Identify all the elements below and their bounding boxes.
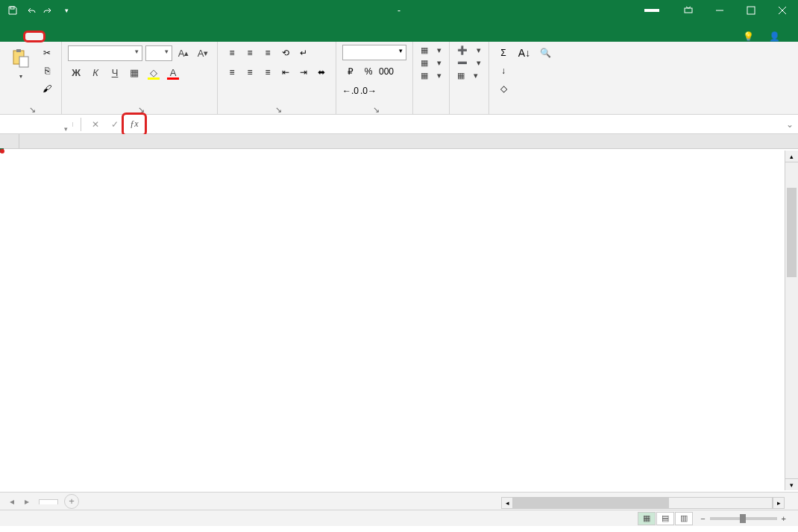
column-headers <box>0 134 798 149</box>
normal-view-icon[interactable]: ▦ <box>638 512 656 525</box>
save-icon[interactable] <box>4 2 21 19</box>
percent-icon[interactable]: % <box>360 63 377 80</box>
align-center-icon[interactable]: ≡ <box>242 64 258 80</box>
insert-cells-button[interactable]: ➕ ▾ <box>456 45 483 56</box>
shrink-font-icon[interactable]: A▾ <box>195 45 211 61</box>
page-break-view-icon[interactable]: ▥ <box>675 512 693 525</box>
font-size-select[interactable] <box>145 45 172 61</box>
align-bottom-icon[interactable]: ≡ <box>260 45 276 61</box>
font-color-button[interactable]: А <box>165 64 181 80</box>
cell-styles-button[interactable]: ▦ ▾ <box>419 70 443 81</box>
page-layout-view-icon[interactable]: ▤ <box>656 512 674 525</box>
tab-view[interactable] <box>133 33 151 42</box>
svg-rect-2 <box>747 7 755 14</box>
font-name-select[interactable] <box>68 45 142 61</box>
scroll-right-icon[interactable]: ▸ <box>773 497 785 509</box>
scroll-left-icon[interactable]: ◂ <box>501 497 513 509</box>
find-select-icon[interactable]: 🔍 <box>537 45 553 61</box>
align-middle-icon[interactable]: ≡ <box>242 45 258 61</box>
align-top-icon[interactable]: ≡ <box>224 45 240 61</box>
qat-customize-icon[interactable]: ▾ <box>58 2 75 19</box>
format-as-table-button[interactable]: ▦ ▾ <box>419 57 443 69</box>
align-left-icon[interactable]: ≡ <box>224 64 240 80</box>
formula-input[interactable] <box>147 122 782 127</box>
grow-font-icon[interactable]: A▴ <box>175 45 192 61</box>
expand-formula-bar-icon[interactable]: ⌄ <box>782 116 798 133</box>
vertical-scrollbar[interactable]: ▴ ▾ <box>785 151 798 490</box>
zoom-slider[interactable] <box>710 517 777 520</box>
share-button[interactable]: 👤 <box>769 31 785 42</box>
document-title: - <box>395 5 403 16</box>
underline-button[interactable]: Ч <box>107 64 123 80</box>
minimize-icon[interactable] <box>704 0 735 21</box>
zoom-thumb[interactable] <box>740 514 746 523</box>
insert-function-icon[interactable]: ƒx <box>126 116 142 133</box>
sheet-tab[interactable] <box>39 499 58 504</box>
format-painter-icon[interactable]: 🖌 <box>39 80 55 97</box>
paste-button[interactable]: ▾ <box>6 45 36 81</box>
enter-formula-icon[interactable]: ✓ <box>107 116 123 133</box>
zoom-in-button[interactable]: + <box>782 514 786 523</box>
cancel-formula-icon[interactable]: ✕ <box>87 116 104 133</box>
tab-page-layout[interactable] <box>61 33 79 42</box>
tab-file[interactable] <box>7 33 25 42</box>
name-box[interactable] <box>0 122 73 127</box>
ribbon-options-icon[interactable] <box>673 0 704 21</box>
horizontal-scrollbar[interactable]: ◂ ▸ <box>501 496 785 510</box>
fill-color-button[interactable]: ◇ <box>145 64 162 80</box>
ribbon: ▾ ✂ ⎘ 🖌 ↘ A▴ A▾ Ж К Ч <box>0 42 798 115</box>
delete-cells-button[interactable]: ➖ ▾ <box>456 57 483 69</box>
wrap-text-icon[interactable]: ↵ <box>295 45 312 61</box>
bold-button[interactable]: Ж <box>68 64 84 80</box>
italic-button[interactable]: К <box>87 64 104 80</box>
svg-rect-5 <box>19 57 28 67</box>
fill-icon[interactable]: ↓ <box>495 63 512 79</box>
orientation-icon[interactable]: ⟲ <box>277 45 294 61</box>
undo-icon[interactable] <box>22 2 39 19</box>
scroll-up-icon[interactable]: ▴ <box>785 151 798 162</box>
dialog-launcher-icon[interactable]: ↘ <box>28 105 36 113</box>
format-cells-button[interactable]: ▦ ▾ <box>456 70 483 81</box>
tab-help[interactable] <box>151 33 169 42</box>
indent-increase-icon[interactable]: ⇥ <box>295 64 312 80</box>
add-sheet-button[interactable]: + <box>64 494 79 509</box>
cond-format-icon: ▦ <box>421 45 428 55</box>
align-right-icon[interactable]: ≡ <box>260 64 276 80</box>
autosum-icon[interactable]: Σ <box>495 45 512 61</box>
tab-formulas[interactable] <box>79 33 97 42</box>
tab-review[interactable] <box>115 33 133 42</box>
comma-icon[interactable]: 000 <box>378 63 395 80</box>
scroll-thumb[interactable] <box>787 188 797 277</box>
dialog-launcher-icon[interactable]: ↘ <box>274 105 282 113</box>
redo-icon[interactable] <box>40 2 57 19</box>
merge-icon[interactable]: ⬌ <box>313 64 330 80</box>
sheet-nav-last-icon[interactable]: ▸ <box>21 495 33 507</box>
tab-insert[interactable] <box>43 33 61 42</box>
clear-icon[interactable]: ◇ <box>495 80 512 97</box>
login-button[interactable] <box>644 9 659 12</box>
select-all-corner[interactable] <box>0 134 19 148</box>
increase-decimal-icon[interactable]: ←.0 <box>342 83 359 99</box>
zoom-out-button[interactable]: − <box>700 514 705 523</box>
indent-decrease-icon[interactable]: ⇤ <box>277 64 294 80</box>
decrease-decimal-icon[interactable]: .0→ <box>360 83 377 99</box>
dialog-launcher-icon[interactable]: ↘ <box>137 105 145 113</box>
tell-me-search[interactable]: 💡 <box>743 31 758 42</box>
status-bar: ▦ ▤ ▥ − + <box>0 510 798 526</box>
number-format-select[interactable] <box>342 45 406 60</box>
svg-rect-4 <box>16 49 21 52</box>
border-button[interactable]: ▦ <box>126 64 142 80</box>
conditional-format-button[interactable]: ▦ ▾ <box>419 45 443 56</box>
cut-icon[interactable]: ✂ <box>39 45 55 61</box>
scroll-thumb[interactable] <box>514 498 669 508</box>
tab-home[interactable] <box>25 33 43 42</box>
dialog-launcher-icon[interactable]: ↘ <box>372 105 380 113</box>
copy-icon[interactable]: ⎘ <box>39 63 55 79</box>
sort-filter-icon[interactable]: A↓ <box>516 45 532 61</box>
sheet-nav-first-icon[interactable]: ◂ <box>6 495 18 507</box>
maximize-icon[interactable] <box>735 0 767 21</box>
close-icon[interactable] <box>767 0 798 21</box>
tab-data[interactable] <box>97 33 115 42</box>
scroll-down-icon[interactable]: ▾ <box>785 478 798 490</box>
currency-icon[interactable]: ₽ <box>342 63 359 80</box>
